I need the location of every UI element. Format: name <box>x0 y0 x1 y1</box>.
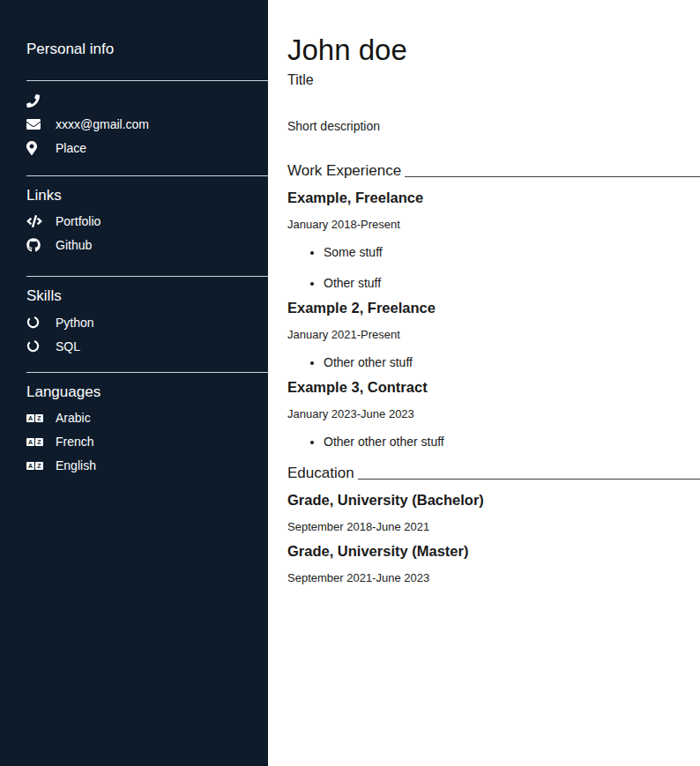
circle-notch-icon <box>26 316 46 329</box>
link-item-github[interactable]: Github <box>0 233 268 257</box>
portfolio-link-label: Portfolio <box>56 214 101 228</box>
language-icon: AZ <box>26 462 46 470</box>
work-entry-bullets: Other other other stuff <box>324 435 700 449</box>
work-experience-heading-label: Work Experience <box>287 162 401 180</box>
language-item: AZ English <box>0 454 268 478</box>
education-entry-title: Grade, University (Bachelor) <box>287 492 700 509</box>
bullet-item: Other other stuff <box>324 355 700 369</box>
resume-body: John doe Title Short description Work Ex… <box>268 0 700 766</box>
work-entry-title: Example, Freelance <box>287 190 700 206</box>
bullet-item: Other stuff <box>324 276 700 290</box>
divider <box>26 276 268 277</box>
education-heading: Education <box>287 465 700 482</box>
person-title: Title <box>287 72 700 88</box>
work-entry-dates: January 2021-Present <box>287 328 700 341</box>
contact-item-email: xxxx@gmail.com <box>0 113 268 137</box>
divider <box>26 372 268 373</box>
circle-notch-icon <box>26 339 46 353</box>
contact-item-phone <box>0 89 268 113</box>
heading-rule <box>358 479 700 480</box>
education-entry: Grade, University (Master) September 202… <box>287 543 700 584</box>
education-entry-title: Grade, University (Master) <box>287 543 700 560</box>
links-list: Portfolio Github <box>0 209 268 257</box>
phone-icon <box>26 94 46 108</box>
language-icon: AZ <box>26 414 46 422</box>
languages-list: AZ Arabic AZ French AZ English <box>0 406 268 478</box>
language-label: Arabic <box>56 411 91 425</box>
github-icon <box>26 238 46 252</box>
work-entry-bullets: Other other stuff <box>324 355 700 369</box>
work-entry: Example 2, Freelance January 2021-Presen… <box>287 300 700 369</box>
education-heading-label: Education <box>287 465 354 482</box>
education-entry: Grade, University (Bachelor) September 2… <box>287 492 700 533</box>
work-entry-dates: January 2023-June 2023 <box>287 407 700 420</box>
map-marker-icon <box>26 141 46 155</box>
bullet-item: Some stuff <box>324 245 700 259</box>
skill-label: Python <box>56 316 94 330</box>
code-icon <box>26 215 46 227</box>
skill-label: SQL <box>56 339 80 353</box>
work-entry: Example, Freelance January 2018-Present … <box>287 190 700 290</box>
bullet-item: Other other other stuff <box>324 435 700 449</box>
skills-list: Python SQL <box>0 310 268 358</box>
work-entry: Example 3, Contract January 2023-June 20… <box>287 379 700 449</box>
work-entry-title: Example 2, Freelance <box>287 300 700 316</box>
short-description: Short description <box>287 119 700 133</box>
education-entry-dates: September 2021-June 2023 <box>287 571 700 584</box>
github-link-label: Github <box>56 238 92 252</box>
link-item-portfolio[interactable]: Portfolio <box>0 209 268 233</box>
language-icon: AZ <box>26 438 46 446</box>
skills-heading: Skills <box>26 288 268 305</box>
education-entry-dates: September 2018-June 2021 <box>287 520 700 533</box>
place-label: Place <box>56 141 86 155</box>
divider <box>26 80 268 81</box>
language-item: AZ Arabic <box>0 406 268 430</box>
person-name: John doe <box>287 35 700 66</box>
contact-item-place: Place <box>0 137 268 160</box>
language-label: French <box>56 435 94 449</box>
sidebar: Personal info xxxx@gmail.com Place Links <box>0 0 268 766</box>
skill-item: SQL <box>0 334 268 358</box>
email-label: xxxx@gmail.com <box>56 117 149 131</box>
links-heading: Links <box>26 188 268 205</box>
work-entry-dates: January 2018-Present <box>287 218 700 231</box>
work-experience-heading: Work Experience <box>287 162 700 180</box>
personal-info-list: xxxx@gmail.com Place <box>0 89 268 160</box>
envelope-icon <box>26 117 46 131</box>
heading-rule <box>405 176 700 177</box>
skill-item: Python <box>0 310 268 334</box>
divider <box>26 175 268 176</box>
languages-heading: Languages <box>26 384 268 401</box>
language-label: English <box>56 458 96 472</box>
work-entry-bullets: Some stuff Other stuff <box>324 245 700 290</box>
personal-info-heading: Personal info <box>26 41 268 58</box>
language-item: AZ French <box>0 430 268 454</box>
work-entry-title: Example 3, Contract <box>287 379 700 396</box>
